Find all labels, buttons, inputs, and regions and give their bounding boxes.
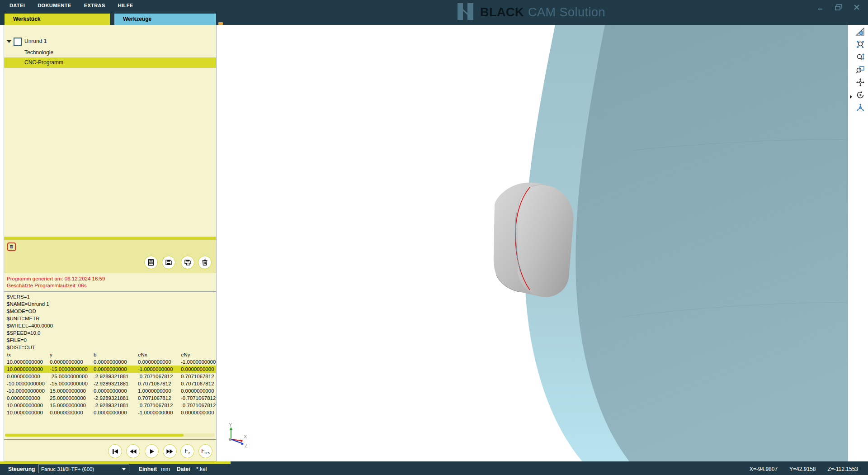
tree-item-technologie[interactable]: Technologie <box>4 48 216 57</box>
divider <box>4 439 216 440</box>
calculate-button[interactable] <box>144 256 158 269</box>
skip-start-button[interactable] <box>108 444 122 458</box>
table-row[interactable]: 0.0000000000-25.0000000000-2.9289321881-… <box>4 373 216 380</box>
fast-forward-button[interactable] <box>163 444 177 458</box>
tree-item-unrund[interactable]: Unrund 1 <box>4 37 216 46</box>
cnc-header-line: $NAME=Unrund 1 <box>7 300 49 308</box>
rewind-button[interactable] <box>126 444 140 458</box>
zoom-fit-icon[interactable] <box>854 38 866 50</box>
panel-bottom-edge <box>0 461 231 464</box>
minimize-icon[interactable] <box>815 2 826 13</box>
controller-dropdown[interactable]: Fanuc 31i/0i-TF+ (600) <box>38 465 129 473</box>
unrund-checkbox[interactable] <box>14 38 22 46</box>
col-eny: eNy <box>178 351 216 358</box>
table-row[interactable]: 10.00000000000.00000000000.0000000000-1.… <box>4 409 216 416</box>
play-button[interactable] <box>145 444 159 458</box>
datei-label: Datei <box>177 466 190 472</box>
save-icon <box>165 259 172 266</box>
menu-dokumente[interactable]: DOKUMENTE <box>38 3 71 8</box>
rotate-view-icon[interactable] <box>854 89 866 100</box>
scene-3d <box>217 25 868 461</box>
col-x: /x <box>4 351 47 358</box>
scrollbar-thumb[interactable] <box>5 434 184 437</box>
table-row[interactable]: 0.000000000025.0000000000-2.92893218810.… <box>4 394 216 402</box>
viewport-3d[interactable]: Y X Z <box>217 25 868 461</box>
cnc-header-line: $MODE=OD <box>7 308 36 315</box>
table-row-selected[interactable]: 10.0000000000-15.00000000000.0000000000-… <box>4 366 216 373</box>
brand-black: BLACK <box>480 5 524 19</box>
unit-value: mm <box>161 466 170 472</box>
cnc-header-line: $UNIT=METR <box>7 315 40 322</box>
expander-icon[interactable] <box>7 40 11 43</box>
table-row[interactable]: -10.000000000015.00000000000.00000000001… <box>4 387 216 394</box>
cnc-header-line: $SPEED=10.0 <box>7 329 40 337</box>
program-runtime-text: Geschätzte Programmlaufzeit: 06s <box>7 283 86 288</box>
play-icon <box>149 449 155 454</box>
app-logo: BLACK CAM Solution <box>458 3 605 22</box>
delete-icon <box>201 259 208 266</box>
einheit-label: Einheit <box>139 466 157 472</box>
toolbar-flyout-arrow-icon[interactable] <box>850 95 852 99</box>
stop-marker-icon[interactable] <box>7 242 16 251</box>
file-extension-value: *.kel <box>196 466 207 472</box>
restore-icon[interactable] <box>833 2 844 13</box>
coord-y: Y=42.9158 <box>789 466 816 472</box>
chevron-down-icon <box>122 468 126 470</box>
program-generator-panel <box>4 240 216 273</box>
werkstueck-panel: Unrund 1 Technologie CNC-Programm <box>4 25 217 461</box>
tree-item-cnc-programm[interactable]: CNC-Programm <box>4 57 216 68</box>
pan-icon[interactable] <box>854 76 866 88</box>
tab-werkstueck[interactable]: Werkstück <box>5 14 110 25</box>
speed-f2-button[interactable]: F2 <box>180 444 194 458</box>
window-controls <box>815 2 863 13</box>
axis-triad: Y X Z <box>223 422 252 448</box>
shaded-view-icon[interactable] <box>854 26 866 37</box>
menu-bar: DATEI DOKUMENTE EXTRAS HILFE <box>9 3 133 8</box>
col-enx: eNx <box>135 351 178 358</box>
table-row[interactable]: 10.000000000015.0000000000-2.9289321881-… <box>4 402 216 409</box>
menu-datei[interactable]: DATEI <box>9 3 25 8</box>
menu-hilfe[interactable]: HILFE <box>118 3 133 8</box>
menu-extras[interactable]: EXTRAS <box>84 3 105 8</box>
coord-x: X=-94.9807 <box>750 466 778 472</box>
rewind-icon <box>130 449 137 454</box>
save-button[interactable] <box>162 256 175 269</box>
tree-item-label: Technologie <box>24 49 53 56</box>
print-icon <box>184 259 191 266</box>
print-button[interactable] <box>181 256 194 269</box>
axis-y-label: Y <box>229 422 232 428</box>
grinding-wheel <box>524 25 848 461</box>
isometric-view-icon[interactable] <box>854 102 866 113</box>
axis-x-label: X <box>244 434 247 439</box>
workpiece[interactable] <box>494 183 574 297</box>
horizontal-scrollbar[interactable] <box>5 433 215 437</box>
calculate-icon <box>147 259 155 266</box>
panel-divider <box>4 237 216 240</box>
table-row[interactable]: 10.00000000000.00000000000.00000000000.0… <box>4 358 216 366</box>
cnc-header-line: $DIST=CUT <box>7 344 35 351</box>
delete-button[interactable] <box>198 256 212 269</box>
zoom-vertical-icon[interactable] <box>854 51 866 62</box>
tab-werkzeuge[interactable]: Werkzeuge <box>114 14 216 25</box>
tree-item-label: Unrund 1 <box>24 38 47 44</box>
program-info: Programm generiert am: 06.12.2024 16:59 … <box>4 273 216 292</box>
fast-forward-icon <box>166 449 173 454</box>
coord-z: Z=-112.1553 <box>828 466 859 472</box>
cnc-header-line: $VERS=1 <box>7 293 30 300</box>
steuerung-label: Steuerung <box>8 466 35 472</box>
close-icon[interactable] <box>851 2 863 13</box>
cnc-program-view[interactable]: $VERS=1 $NAME=Unrund 1 $MODE=OD $UNIT=ME… <box>4 291 216 434</box>
viewport-origin-marker-icon <box>218 22 223 25</box>
speed-f05-button[interactable]: F0.5 <box>198 444 212 458</box>
cursor-coordinates: X=-94.9807 Y=42.9158 Z=-112.1553 <box>750 466 858 472</box>
cnc-header-line: $FILE=0 <box>7 337 27 344</box>
col-b: b <box>91 351 135 358</box>
zoom-window-icon[interactable] <box>854 64 866 75</box>
axis-z-label: Z <box>245 443 248 448</box>
view-toolbar <box>854 26 866 113</box>
controller-value: Fanuc 31i/0i-TF+ (600) <box>41 466 94 472</box>
program-generated-text: Programm generiert am: 06.12.2024 16:59 <box>7 276 105 281</box>
table-row[interactable]: -10.0000000000-15.0000000000-2.928932188… <box>4 380 216 387</box>
black-cam-solution-window: DATEI DOKUMENTE EXTRAS HILFE BLACK CAM S… <box>0 0 868 475</box>
brand-cam-solution: CAM Solution <box>528 5 605 19</box>
